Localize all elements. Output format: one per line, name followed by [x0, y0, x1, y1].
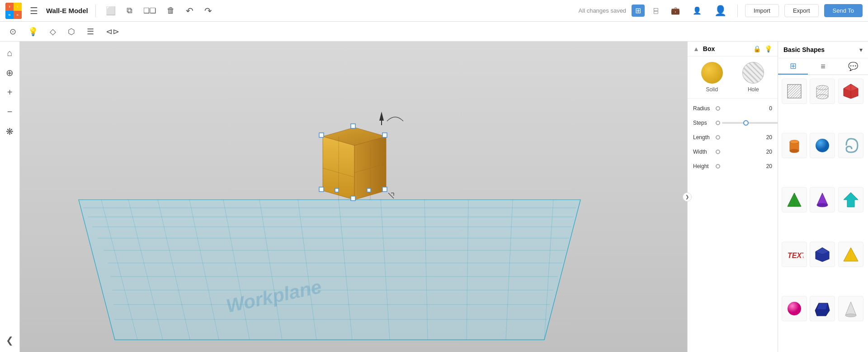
shape-sphere-pink[interactable] — [782, 296, 807, 321]
shapes-header: Basic Shapes ▾ — [778, 42, 868, 58]
delete-button[interactable]: 🗑 — [164, 4, 178, 17]
shape-cube-red[interactable] — [838, 79, 863, 104]
chevron-right-icon: ❯ — [685, 194, 689, 199]
ruler-tool-button[interactable]: ☰ — [83, 24, 98, 39]
home-view-button[interactable]: ⌂ — [4, 45, 15, 61]
shape-cone-white[interactable] — [838, 296, 863, 321]
shapes-dropdown-button[interactable]: ▾ — [859, 46, 863, 53]
length-dot[interactable] — [716, 135, 720, 140]
shape-box-blue[interactable] — [810, 242, 835, 267]
properties-rows: Radius 0 Steps 10 Length 20 — [688, 99, 778, 176]
hole-selector[interactable]: Hole — [742, 62, 764, 93]
svg-rect-43 — [351, 196, 355, 201]
length-value: 20 — [761, 134, 772, 141]
shape-cylinder-orange[interactable] — [782, 133, 807, 158]
snap-tool-button[interactable]: ◇ — [46, 24, 60, 39]
send-to-button[interactable]: Send To — [824, 4, 863, 17]
svg-text:TEXT: TEXT — [788, 252, 803, 259]
shape-arrow-teal[interactable] — [838, 187, 863, 212]
steps-dot[interactable] — [716, 121, 720, 125]
redo-button[interactable]: ↷ — [202, 4, 215, 18]
shapes-tabs: ⊞ ≡ 💬 — [778, 58, 868, 75]
align-tool-button[interactable]: ⬡ — [64, 24, 79, 39]
mirror-tool-button[interactable]: ⊲⊳ — [102, 24, 123, 39]
autosave-status: All changes saved — [579, 7, 627, 14]
export-button[interactable]: Export — [784, 4, 819, 17]
duplicate-button[interactable]: ❑❑ — [141, 5, 159, 17]
tab-comment-view[interactable]: 💬 — [838, 58, 868, 75]
svg-point-63 — [790, 149, 799, 153]
radius-label: Radius — [693, 105, 716, 112]
tab-grid-view[interactable]: ⊞ — [778, 58, 808, 75]
left-panel: ⌂ ⊕ + − ❋ ❮ — [0, 42, 20, 352]
import-button[interactable]: Import — [745, 4, 779, 17]
grid-view-button[interactable]: ⊞ — [632, 5, 645, 17]
grid-view-icon: ⊞ — [635, 6, 641, 15]
height-dot[interactable] — [716, 164, 720, 169]
perspective-tool-button[interactable]: 💡 — [24, 24, 42, 39]
profile-button[interactable]: 👤 — [689, 5, 705, 17]
visibility-icon: 💡 — [764, 45, 772, 52]
svg-point-70 — [817, 203, 828, 207]
home-icon: ⌂ — [7, 48, 12, 58]
ruler-icon: ☰ — [87, 27, 94, 37]
logo[interactable]: T I N K — [5, 3, 22, 19]
svg-marker-80 — [845, 302, 856, 315]
camera-tool-icon: ⊙ — [9, 27, 16, 37]
solid-selector[interactable]: Solid — [701, 62, 723, 93]
properties-panel: ▲ Box 🔒 💡 Solid Hole — [687, 42, 778, 352]
visibility-button[interactable]: 💡 — [764, 45, 772, 52]
radius-dot[interactable] — [716, 106, 720, 111]
portfolio-button[interactable]: 💼 — [667, 5, 684, 17]
fit-all-button[interactable]: ❋ — [3, 123, 16, 140]
lock-button[interactable]: 🔒 — [753, 45, 761, 52]
zoom-in-icon: + — [7, 87, 13, 98]
width-value: 20 — [761, 149, 772, 155]
shape-cone-purple[interactable] — [810, 187, 835, 212]
shape-pyramid-yellow-icon — [842, 245, 860, 263]
svg-rect-46 — [367, 188, 371, 192]
svg-point-55 — [816, 94, 828, 99]
new-button[interactable]: ⬜ — [103, 4, 118, 18]
camera-tool-button[interactable]: ⊙ — [5, 24, 20, 39]
svg-rect-39 — [319, 133, 324, 137]
collapse-left-button[interactable]: ❮ — [3, 332, 16, 348]
svg-marker-71 — [844, 192, 858, 207]
panel-collapse-button[interactable]: ❯ — [683, 192, 692, 202]
zoom-out-button[interactable]: − — [5, 104, 15, 120]
shape-sphere-blue[interactable] — [810, 133, 835, 158]
shape-sphere-pink-icon — [785, 300, 803, 318]
avatar-button[interactable]: 👤 — [711, 3, 730, 19]
shape-striped-box[interactable] — [782, 79, 807, 104]
logo-n: N — [5, 11, 14, 19]
steps-slider[interactable] — [722, 122, 778, 124]
shape-swirl[interactable] — [838, 133, 863, 158]
separator2 — [737, 5, 738, 17]
orbit-button[interactable]: ⊕ — [3, 65, 16, 81]
collapse-arrow-icon: ▲ — [693, 45, 699, 52]
logo-t: T — [5, 3, 14, 11]
wireframe-view-button[interactable]: ⌸ — [650, 5, 662, 17]
hole-preview — [742, 62, 764, 84]
shape-text-red[interactable]: TEXT — [782, 242, 807, 267]
height-value: 20 — [761, 163, 772, 169]
svg-point-77 — [788, 302, 801, 315]
avatar-icon: 👤 — [714, 5, 726, 17]
copy-button[interactable]: ⧉ — [124, 4, 135, 17]
shape-box-navy[interactable] — [810, 296, 835, 321]
shape-arrow-teal-icon — [842, 191, 860, 209]
shape-cylinder-gray[interactable] — [810, 79, 835, 104]
tab-list-view[interactable]: ≡ — [808, 58, 838, 75]
grid-tab-icon: ⊞ — [790, 61, 797, 70]
zoom-in-button[interactable]: + — [5, 84, 15, 100]
shape-cone-white-icon — [842, 300, 860, 318]
logo-i: I — [14, 3, 22, 11]
properties-collapse-button[interactable]: ▲ — [693, 45, 699, 52]
file-menu-button[interactable]: ☰ — [27, 4, 41, 18]
canvas-area[interactable]: FRONT — [20, 42, 687, 352]
undo-button[interactable]: ↶ — [183, 4, 196, 18]
shape-pyramid-green[interactable] — [782, 187, 807, 212]
profile-icon: 👤 — [693, 6, 702, 15]
shape-pyramid-yellow[interactable] — [838, 242, 863, 267]
width-dot[interactable] — [716, 150, 720, 154]
